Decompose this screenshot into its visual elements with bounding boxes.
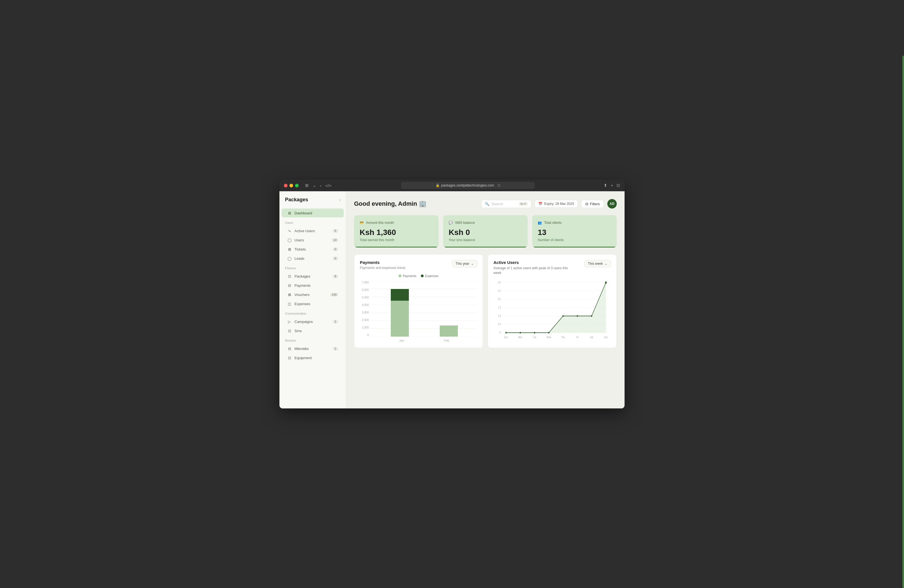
sidebar-item-mikrotiks[interactable]: ⊟ Mikrotiks 1: [282, 344, 344, 353]
sidebar-badge-active-users: 0: [333, 229, 338, 233]
calendar-icon: 📅: [538, 202, 542, 206]
bar-jan-expenses: [391, 289, 409, 301]
maximize-button[interactable]: [295, 184, 299, 187]
sidebar-item-sms[interactable]: ⊡ Sms: [282, 326, 344, 335]
legend-label-payments: Payments: [403, 274, 416, 278]
stat-card-sms: 💬 SMS balance Ksh 0 Your sms balance: [443, 215, 528, 248]
browser-window: ⊞ ⌄ ‹ </> 🔒 packages.centipidtechnologie…: [280, 180, 624, 408]
sidebar-item-leads[interactable]: ◯ Leads 0: [282, 254, 344, 263]
address-bar[interactable]: 🔒 packages.centipidtechnologies.com ⊡: [401, 182, 535, 189]
payments-icon: ⊟: [287, 283, 292, 288]
url-text: packages.centipidtechnologies.com: [441, 183, 494, 187]
extensions-icon[interactable]: ⊡: [616, 183, 620, 188]
payments-chart-title: Payments: [360, 260, 406, 265]
avatar-initials: AD: [610, 202, 614, 206]
filters-button[interactable]: ⊟ Filters: [581, 200, 604, 208]
sidebar-item-dashboard[interactable]: ⊞ Dashboard: [282, 209, 344, 217]
active-users-chart-card: Active Users Average of 1 active users w…: [488, 254, 617, 348]
sidebar-item-payments[interactable]: ⊟ Payments: [282, 281, 344, 290]
code-icon[interactable]: </>: [324, 182, 332, 189]
stat-card-header-label: Amount this month: [366, 221, 394, 224]
sidebar-item-expenses[interactable]: ◫ Expenses: [282, 299, 344, 308]
sidebar-item-users[interactable]: ◯ Users 13: [282, 236, 344, 245]
browser-actions: ⬆ + ⊡: [604, 183, 620, 188]
legend-label-expenses: Expenses: [425, 274, 438, 278]
back-icon[interactable]: ‹: [319, 182, 322, 189]
payments-chart-card: Payments Payments and expenses trend. Th…: [354, 254, 483, 348]
sidebar-item-vouchers[interactable]: ⊠ Vouchers 134: [282, 290, 344, 299]
sidebar-badge-leads: 0: [333, 257, 338, 260]
page-greeting: Good evening, Admin 🏢: [354, 200, 427, 207]
reader-mode-icon[interactable]: ⊡: [498, 183, 501, 187]
sidebar-collapse-icon[interactable]: ›: [339, 198, 340, 202]
chevron-down-icon[interactable]: ⌄: [312, 182, 317, 189]
sidebar-badge-campaigns: 1: [333, 320, 338, 324]
active-users-filter-label: This week: [588, 262, 603, 266]
stat-card-value-clients: 13: [538, 228, 611, 237]
sidebar: Packages › ⊞ Dashboard Users ∿ Active Us…: [280, 191, 346, 408]
sidebar-item-active-users[interactable]: ∿ Active Users 0: [282, 226, 344, 235]
data-point-wed: [548, 332, 550, 334]
data-point-sun1: [506, 332, 507, 334]
users-icon: ◯: [287, 238, 292, 242]
traffic-lights: [284, 184, 299, 187]
sidebar-toggle-icon[interactable]: ⊞: [304, 182, 310, 189]
sidebar-header: Packages ›: [280, 197, 346, 208]
money-icon: 💳: [360, 221, 364, 224]
bar-chart-container: 7,000 6,000 5,000 4,000 3,000 2,000 1,00…: [360, 281, 477, 342]
sidebar-label-campaigns: Campaigns: [294, 319, 313, 324]
filter-icon: ⊟: [585, 202, 588, 206]
stat-card-sub-clients: Number of clients: [538, 238, 611, 242]
minimize-button[interactable]: [289, 184, 293, 187]
filters-label: Filters: [590, 202, 600, 206]
new-tab-icon[interactable]: +: [611, 183, 613, 188]
data-point-sun2: [605, 281, 607, 284]
sidebar-badge-mikrotiks: 1: [333, 347, 338, 351]
top-bar: Good evening, Admin 🏢 🔍 Search ⌘+F 📅 Exp…: [354, 199, 617, 209]
bar-feb-payments: [440, 326, 458, 337]
sidebar-label-sms: Sms: [294, 329, 302, 333]
sidebar-item-left: ⊞ Dashboard: [287, 211, 312, 215]
svg-text:1.0: 1.0: [498, 315, 501, 318]
avatar: AD: [607, 199, 617, 209]
active-users-chart-title: Active Users: [493, 260, 571, 265]
legend-item-expenses: Expenses: [421, 274, 438, 278]
sidebar-item-packages[interactable]: ⊡ Packages 8: [282, 272, 344, 281]
sidebar-badge-tickets: 0: [333, 248, 338, 251]
svg-text:Sun: Sun: [604, 336, 608, 339]
chart-header-payments: Payments Payments and expenses trend. Th…: [360, 260, 477, 270]
bar-chart-yaxis: 7,000 6,000 5,000 4,000 3,000 2,000 1,00…: [360, 281, 371, 342]
active-users-chart-subtitle: Average of 1 active users with peak of 3…: [493, 266, 571, 275]
sidebar-label-vouchers: Vouchers: [294, 292, 310, 297]
stat-card-header-sms: SMS balance: [455, 221, 475, 224]
active-users-filter-dropdown[interactable]: This week ⌄: [584, 260, 611, 267]
sidebar-label-payments: Payments: [294, 283, 311, 288]
svg-text:Wed: Wed: [547, 336, 551, 339]
chevron-down-icon: ⌄: [605, 262, 607, 266]
svg-text:0.5: 0.5: [498, 322, 501, 326]
data-point-tue: [534, 332, 535, 334]
sidebar-item-equipment[interactable]: ⊡ Equipment: [282, 353, 344, 362]
payments-filter-dropdown[interactable]: This year ⌄: [452, 260, 477, 267]
share-icon[interactable]: ⬆: [604, 183, 607, 188]
payments-legend: Payments Expenses: [360, 274, 477, 278]
stat-cards: 💳 Amount this month Ksh 1,360 Total earn…: [354, 215, 617, 248]
svg-text:Tue: Tue: [533, 336, 536, 339]
sidebar-item-tickets[interactable]: ⊠ Tickets 0: [282, 245, 344, 254]
dashboard-icon: ⊞: [287, 211, 292, 215]
close-button[interactable]: [284, 184, 288, 187]
browser-titlebar: ⊞ ⌄ ‹ </> 🔒 packages.centipidtechnologie…: [280, 180, 624, 191]
svg-text:Fri: Fri: [576, 336, 578, 339]
bar-chart-bars: [371, 281, 477, 337]
xaxis-label-feb: Feb: [444, 339, 449, 342]
packages-icon: ⊡: [287, 274, 292, 278]
search-shortcut: ⌘+F: [519, 202, 528, 206]
sidebar-item-campaigns[interactable]: ▷ Campaigns 1: [282, 317, 344, 326]
app-container: Packages › ⊞ Dashboard Users ∿ Active Us…: [280, 191, 624, 408]
sidebar-section-finance: Finance: [280, 263, 346, 272]
svg-text:Thu: Thu: [561, 336, 565, 339]
svg-text:1.5: 1.5: [498, 306, 501, 309]
search-icon: 🔍: [485, 202, 489, 206]
browser-controls: ⊞ ⌄ ‹ </>: [304, 182, 332, 189]
search-box[interactable]: 🔍 Search ⌘+F: [481, 200, 531, 208]
